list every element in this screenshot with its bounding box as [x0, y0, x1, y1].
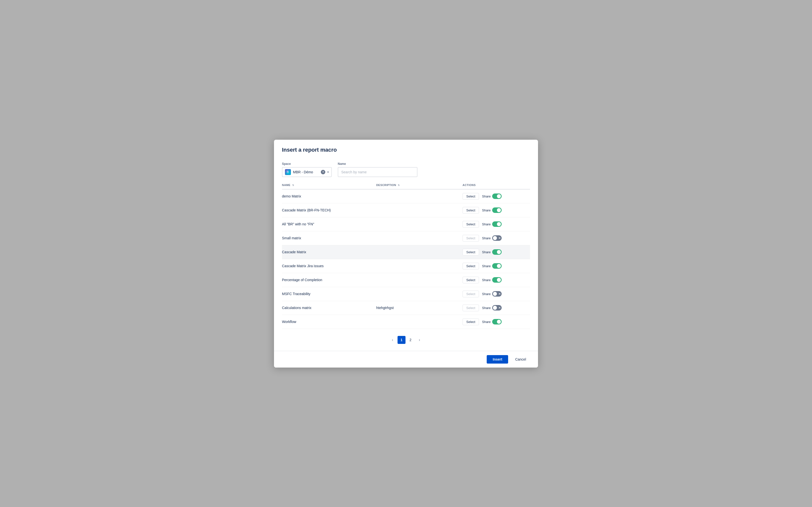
toggle-check-icon: ✓	[498, 195, 500, 198]
cell-description	[376, 287, 461, 301]
pagination: ‹ 1 2 ›	[274, 329, 538, 351]
modal-title: Insert a report macro	[282, 147, 530, 153]
toggle-check-icon: ✓	[498, 251, 500, 253]
table-row: WorkflowSelectShare✓✕	[282, 315, 530, 329]
toggle-x-icon: ✕	[498, 306, 501, 309]
toggle-knob	[493, 236, 497, 240]
share-label: Share	[482, 292, 491, 296]
select-button[interactable]: Select	[463, 319, 479, 325]
toggle-knob	[493, 306, 497, 310]
select-button[interactable]: Select	[463, 235, 479, 241]
col-header-actions: ACTIONS	[461, 181, 530, 189]
share-label: Share	[482, 264, 491, 268]
col-header-name: NAME ⇅	[282, 181, 376, 189]
insert-button[interactable]: Insert	[487, 355, 508, 363]
table-row: demo MatrixSelectShare✓✕	[282, 189, 530, 204]
table-row: All "BR" with no "FN"SelectShare✓✕	[282, 217, 530, 231]
cell-name: All "BR" with no "FN"	[282, 217, 376, 231]
table-row: Small matrixSelectShare✓✕	[282, 231, 530, 245]
share-wrapper: Share✓✕	[482, 263, 502, 269]
cell-name: demo Matrix	[282, 189, 376, 204]
space-clear-icon[interactable]: ✕	[321, 170, 325, 174]
share-label: Share	[482, 250, 491, 254]
search-input[interactable]	[338, 167, 418, 177]
toggle-check-icon: ✓	[498, 265, 500, 268]
space-select[interactable]: MBR - Démo ✕ ▾	[282, 167, 332, 177]
toggle-x-icon: ✕	[498, 237, 501, 240]
select-button[interactable]: Select	[463, 193, 479, 200]
cell-description	[376, 273, 461, 287]
share-toggle[interactable]: ✓✕	[492, 319, 502, 325]
share-toggle[interactable]: ✓✕	[492, 193, 502, 199]
select-button[interactable]: Select	[463, 277, 479, 283]
share-toggle[interactable]: ✓✕	[492, 208, 502, 213]
modal-footer: Insert Cancel	[274, 351, 538, 368]
share-wrapper: Share✓✕	[482, 249, 502, 255]
cell-description	[376, 259, 461, 273]
cell-name: Cascade Matrix Jira issues	[282, 259, 376, 273]
pagination-page-1[interactable]: 1	[397, 336, 405, 344]
cell-name: Workflow	[282, 315, 376, 329]
toggle-check-icon: ✓	[498, 321, 500, 323]
share-toggle[interactable]: ✓✕	[492, 277, 502, 283]
pagination-next[interactable]: ›	[416, 336, 423, 344]
share-label: Share	[482, 194, 491, 198]
table-row: Percentage of CompletionSelectShare✓✕	[282, 273, 530, 287]
cell-name: Percentage of Completion	[282, 273, 376, 287]
share-toggle[interactable]: ✓✕	[492, 249, 502, 255]
toggle-x-icon: ✕	[498, 292, 501, 296]
select-button[interactable]: Select	[463, 291, 479, 297]
share-wrapper: Share✓✕	[482, 277, 502, 283]
share-label: Share	[482, 278, 491, 282]
sort-name-icon[interactable]: ⇅	[292, 184, 294, 186]
space-field-group: Space	[282, 162, 332, 177]
cell-name: MSFC Traceability	[282, 287, 376, 301]
cell-actions: SelectShare✓✕	[461, 259, 530, 273]
cell-actions: SelectShare✓✕	[461, 217, 530, 231]
share-wrapper: Share✓✕	[482, 193, 502, 199]
select-button[interactable]: Select	[463, 207, 479, 214]
cell-actions: SelectShare✓✕	[461, 315, 530, 329]
pagination-page-2[interactable]: 2	[407, 336, 415, 344]
cell-actions: SelectShare✓✕	[461, 273, 530, 287]
select-button[interactable]: Select	[463, 304, 479, 311]
select-button[interactable]: Select	[463, 221, 479, 228]
share-wrapper: Share✓✕	[482, 235, 502, 241]
share-wrapper: Share✓✕	[482, 319, 502, 325]
share-toggle[interactable]: ✓✕	[492, 305, 502, 311]
sort-desc-icon[interactable]: ⇅	[398, 184, 400, 186]
cell-description	[376, 217, 461, 231]
select-button[interactable]: Select	[463, 249, 479, 256]
share-wrapper: Share✓✕	[482, 291, 502, 296]
toggle-check-icon: ✓	[498, 223, 500, 226]
cell-actions: SelectShare✓✕	[461, 231, 530, 245]
table-row: Calculations matrixhtehgtrhgstSelectShar…	[282, 301, 530, 315]
cell-name: Cascade Matrix	[282, 245, 376, 259]
cell-name: Cascade Matrix (BR-FN-TECH)	[282, 203, 376, 217]
share-toggle[interactable]: ✓✕	[492, 291, 502, 296]
share-label: Share	[482, 236, 491, 240]
share-label: Share	[482, 222, 491, 226]
share-toggle[interactable]: ✓✕	[492, 221, 502, 227]
space-avatar-icon	[285, 169, 291, 175]
space-value: MBR - Démo	[293, 170, 319, 174]
share-toggle[interactable]: ✓✕	[492, 235, 502, 241]
share-label: Share	[482, 320, 491, 324]
cancel-button[interactable]: Cancel	[511, 355, 530, 363]
select-button[interactable]: Select	[463, 263, 479, 270]
name-label: Name	[338, 162, 418, 166]
cell-description	[376, 203, 461, 217]
modal-container: Insert a report macro Space	[274, 140, 538, 368]
cell-description	[376, 189, 461, 204]
share-wrapper: Share✓✕	[482, 208, 502, 213]
cell-description: htehgtrhgst	[376, 301, 461, 315]
name-field-group: Name	[338, 162, 418, 177]
share-label: Share	[482, 209, 491, 212]
cell-description	[376, 231, 461, 245]
pagination-prev[interactable]: ‹	[389, 336, 396, 344]
toggle-check-icon: ✓	[498, 209, 500, 212]
cell-name: Calculations matrix	[282, 301, 376, 315]
cell-description	[376, 245, 461, 259]
share-toggle[interactable]: ✓✕	[492, 263, 502, 269]
table-row: Cascade Matrix Jira issuesSelectShare✓✕	[282, 259, 530, 273]
